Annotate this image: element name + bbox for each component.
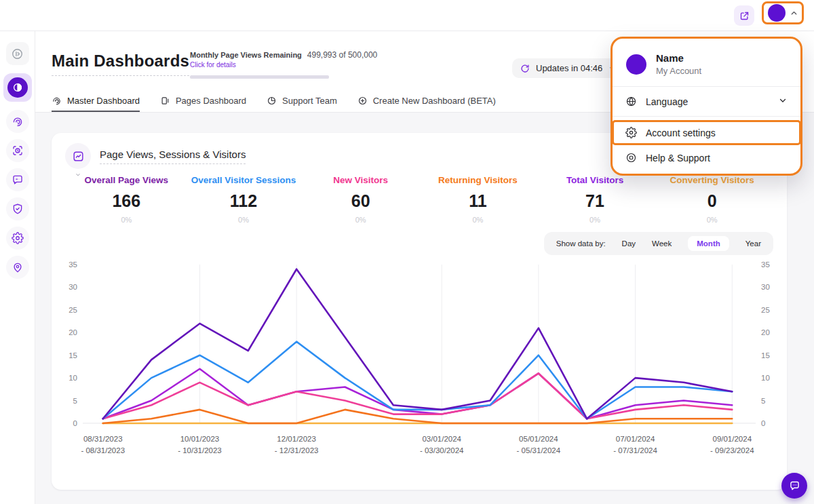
metric-value: 71: [537, 191, 654, 211]
chart-line-total-visitors: [103, 369, 733, 419]
usage-block: Monthly Page Views Remaining 499,993 of …: [190, 50, 334, 79]
show-data-by-month[interactable]: Month: [688, 236, 729, 251]
x-axis-label: 09/01/2024- 09/23/2024: [710, 433, 754, 456]
sidebar-item-session-recordings[interactable]: [6, 139, 29, 162]
y-axis-label: 15: [761, 351, 770, 360]
y-axis-label: 15: [69, 351, 77, 360]
y-axis-label: 0: [73, 419, 77, 427]
metric-label: New Visitors: [302, 175, 419, 185]
page-title: Main Dashboards: [52, 52, 189, 76]
tab-label: Master Dashboard: [67, 96, 140, 106]
top-bar: [0, 0, 814, 31]
app-screen: Main Dashboards Monthly Page Views Remai…: [0, 0, 814, 504]
avatar[interactable]: [768, 4, 786, 22]
shield-check-icon: [12, 203, 24, 215]
metric-total-visitors[interactable]: Total Visitors 71 0%: [537, 175, 654, 224]
metric-delta: 0%: [419, 216, 537, 224]
y-axis-right: 05101520253035: [756, 260, 779, 427]
updates-timer-label: Updates in 04:46: [536, 63, 602, 73]
tab-label: Pages Dashboard: [176, 96, 246, 106]
updates-timer-button[interactable]: Updates in 04:46: [512, 58, 625, 78]
expand-sidebar-button[interactable]: [6, 42, 29, 65]
y-axis-label: 5: [73, 397, 77, 405]
chevron-up-icon[interactable]: [790, 9, 798, 18]
chart-svg: [83, 260, 756, 427]
chart-widget-icon-wrap: [65, 143, 91, 169]
account-dropdown-menu: Name My Account Language Account setting…: [610, 37, 802, 176]
y-axis-label: 20: [761, 328, 770, 336]
metric-value: 166: [68, 191, 185, 211]
metric-value: 0: [653, 191, 771, 211]
show-data-by-day[interactable]: Day: [622, 239, 636, 248]
sidebar-item-dashboards[interactable]: [3, 73, 32, 102]
metric-overall-page-views[interactable]: Overall Page Views 166 0%: [68, 175, 185, 224]
pie-tab-icon: [267, 96, 277, 106]
tab-pages-dashboard[interactable]: Pages Dashboard: [160, 91, 246, 112]
metric-delta: 0%: [68, 216, 185, 224]
y-axis-label: 30: [69, 283, 77, 291]
metric-delta: 0%: [653, 216, 771, 224]
metric-label: Returning Visitors: [419, 175, 537, 185]
gauge-tab-icon: [52, 96, 62, 106]
x-axis-labels: 08/31/2023- 08/31/202310/01/2023- 10/31/…: [83, 427, 756, 459]
support-chat-button[interactable]: [781, 473, 807, 499]
chart-line-overall-page-views: [103, 269, 733, 419]
plus-circle-icon: [357, 96, 368, 106]
metric-label: Overall Page Views: [68, 175, 185, 185]
y-axis-label: 35: [761, 260, 770, 269]
show-data-by-label: Show data by:: [556, 239, 606, 248]
x-axis-label: 03/01/2024- 03/30/2024: [420, 433, 464, 456]
external-link-icon: [739, 11, 750, 21]
open-in-new-tab-button[interactable]: [734, 5, 754, 26]
menu-profile: Name My Account: [613, 48, 800, 86]
show-data-by-week[interactable]: Week: [652, 239, 672, 248]
usage-label: Monthly Page Views Remaining: [190, 51, 302, 59]
show-data-by-year[interactable]: Year: [745, 239, 761, 248]
chat-bubble-icon: [12, 174, 24, 186]
refresh-icon: [520, 64, 530, 73]
map-pin-icon: [12, 261, 24, 273]
metrics-row: Overall Page Views 166 0% Overall Visito…: [68, 175, 771, 224]
session-recording-icon: [12, 144, 24, 157]
tab-label: Create New Dashboard (BETA): [373, 96, 496, 106]
line-chart: 05101520253035 05101520253035 08/31/2023…: [60, 260, 779, 459]
metric-converting-visitors[interactable]: Converting Visitors 0 0%: [653, 175, 771, 224]
globe-icon: [625, 96, 637, 107]
metric-delta: 0%: [185, 216, 303, 224]
usage-progress-fill: [190, 75, 329, 79]
chat-bubble-icon: [788, 480, 801, 492]
y-axis-label: 10: [69, 374, 77, 382]
metric-returning-visitors[interactable]: Returning Visitors 11 0%: [419, 175, 537, 224]
tab-create-new-dashboard[interactable]: Create New Dashboard (BETA): [357, 91, 496, 112]
menu-item-help-support[interactable]: Help & Support: [613, 146, 800, 174]
sidebar-item-settings[interactable]: [6, 227, 29, 250]
menu-item-language[interactable]: Language: [613, 87, 800, 116]
metric-delta: 0%: [537, 216, 654, 224]
profile-account-label: My Account: [656, 66, 701, 76]
card-title: Page Views, Sessions & Visitors: [100, 149, 246, 164]
y-axis-label: 0: [761, 419, 765, 427]
profile-name: Name: [656, 52, 701, 64]
y-axis-label: 35: [69, 260, 77, 269]
menu-item-account-settings[interactable]: Account settings: [612, 120, 801, 145]
chart-card: Page Views, Sessions & Visitors Overall …: [52, 133, 787, 490]
y-axis-label: 20: [69, 328, 77, 336]
metric-label: Converting Visitors: [653, 175, 771, 185]
x-axis-label: 05/01/2024- 05/31/2024: [517, 433, 561, 456]
x-axis-label: 12/01/2023- 12/31/2023: [275, 433, 319, 456]
sidebar-item-behaviour[interactable]: [6, 110, 29, 133]
tab-label: Support Team: [282, 96, 337, 106]
tab-support-team[interactable]: Support Team: [267, 91, 337, 112]
sidebar-item-feedback[interactable]: [6, 168, 29, 191]
usage-details-link[interactable]: Click for details: [190, 61, 334, 69]
spiral-gauge-icon: [12, 115, 24, 128]
metric-overall-visitor-sessions[interactable]: Overall Visitor Sessions 112 0%: [185, 175, 303, 224]
chevron-down-icon: [778, 96, 788, 105]
sidebar-item-privacy[interactable]: [6, 197, 29, 220]
sidebar-item-visitor-map[interactable]: [6, 256, 29, 279]
gear-icon: [12, 232, 24, 244]
tab-master-dashboard[interactable]: Master Dashboard: [52, 91, 140, 112]
plot-area[interactable]: [83, 260, 756, 427]
y-axis-label: 10: [761, 374, 770, 382]
metric-new-visitors[interactable]: New Visitors 60 0%: [302, 175, 419, 224]
